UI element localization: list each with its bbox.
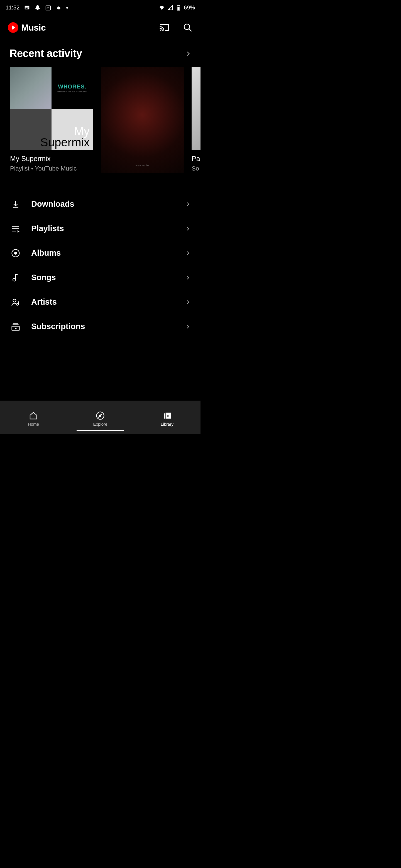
nav-label: Home	[28, 422, 39, 427]
row-label: Artists	[31, 298, 175, 307]
recent-activity-section[interactable]: Recent activity	[0, 40, 200, 65]
youtube-music-logo-icon	[8, 22, 18, 33]
row-label: Subscriptions	[31, 322, 175, 331]
svg-point-5	[58, 8, 58, 8]
chevron-right-icon	[185, 51, 191, 57]
home-icon	[29, 411, 38, 420]
chevron-right-icon	[185, 324, 191, 329]
row-label: Playlists	[31, 224, 175, 233]
chevron-right-icon	[185, 300, 191, 305]
signal-icon	[167, 5, 173, 11]
carousel-card-supermix[interactable]: WHORES. IMPOSTER SYNDROME My Supermix My…	[10, 67, 93, 173]
row-artists[interactable]: Artists	[0, 290, 200, 314]
row-subscriptions[interactable]: Subscriptions	[0, 314, 200, 339]
status-time: 11:52	[6, 4, 20, 11]
bottom-nav: Home Explore Library	[0, 401, 200, 434]
nav-home[interactable]: Home	[0, 401, 67, 434]
message-icon	[24, 5, 30, 11]
notification-dot-icon	[66, 7, 68, 9]
battery-icon	[175, 5, 181, 11]
card-title: Pa	[192, 155, 200, 163]
svg-text:31: 31	[47, 6, 50, 9]
svg-rect-0	[25, 6, 30, 9]
status-left: 11:52 31	[6, 4, 68, 11]
carousel-card-null[interactable]: KENmode NULL E Album • KEN mode • 2022	[101, 67, 184, 173]
song-icon	[11, 274, 20, 282]
row-label: Songs	[31, 273, 175, 282]
chevron-right-icon	[185, 275, 191, 280]
album-art: KENmode	[101, 67, 184, 173]
home-indicator[interactable]	[77, 430, 124, 431]
chevron-right-icon	[185, 226, 191, 231]
app-name: Music	[21, 23, 46, 33]
status-right: 69%	[159, 4, 195, 11]
row-downloads[interactable]: Downloads	[0, 192, 200, 216]
svg-rect-9	[177, 7, 179, 10]
battery-percent: 69%	[184, 4, 195, 11]
snapchat-icon	[34, 5, 41, 11]
album-icon	[11, 249, 20, 258]
album-art: WHORES. IMPOSTER SYNDROME My Supermix	[10, 67, 93, 150]
chevron-right-icon	[185, 202, 191, 207]
row-songs[interactable]: Songs	[0, 266, 200, 290]
section-title: Recent activity	[9, 48, 82, 60]
svg-point-6	[59, 8, 60, 8]
svg-point-3	[58, 6, 59, 7]
row-albums[interactable]: Albums	[0, 241, 200, 266]
svg-rect-8	[178, 5, 179, 5]
svg-point-12	[15, 252, 17, 254]
library-list: Downloads Playlists Albums Songs Artists…	[0, 192, 200, 339]
row-playlists[interactable]: Playlists	[0, 216, 200, 241]
row-label: Downloads	[31, 199, 175, 209]
library-icon	[163, 411, 172, 420]
subscription-icon	[11, 322, 20, 331]
row-label: Albums	[31, 248, 175, 258]
nav-label: Library	[161, 422, 173, 427]
carousel-card-partial[interactable]: Pa So	[192, 67, 200, 173]
app-logo[interactable]: Music	[8, 22, 159, 33]
chevron-right-icon	[185, 251, 191, 256]
album-art	[192, 67, 200, 150]
status-bar: 11:52 31 69%	[0, 0, 200, 15]
svg-point-14	[13, 299, 16, 302]
download-icon	[11, 200, 20, 208]
svg-rect-4	[57, 7, 60, 9]
robot-icon	[56, 5, 62, 11]
wifi-icon	[159, 5, 165, 11]
cast-icon	[159, 23, 169, 32]
app-header: Music	[0, 15, 200, 40]
card-subtitle: So	[192, 164, 200, 173]
search-button[interactable]	[183, 23, 193, 33]
nav-library[interactable]: Library	[134, 401, 200, 434]
nav-label: Explore	[93, 422, 108, 427]
playlist-icon	[11, 225, 20, 232]
search-icon	[183, 23, 193, 32]
calendar-icon: 31	[45, 5, 51, 11]
card-title: My Supermix	[10, 155, 93, 163]
cast-button[interactable]	[159, 23, 169, 33]
artist-icon	[11, 298, 20, 306]
card-subtitle: Playlist • YouTube Music	[10, 164, 93, 173]
svg-point-13	[13, 278, 16, 281]
recent-activity-carousel[interactable]: WHORES. IMPOSTER SYNDROME My Supermix My…	[0, 65, 200, 175]
nav-explore[interactable]: Explore	[67, 401, 134, 434]
explore-icon	[96, 411, 105, 420]
